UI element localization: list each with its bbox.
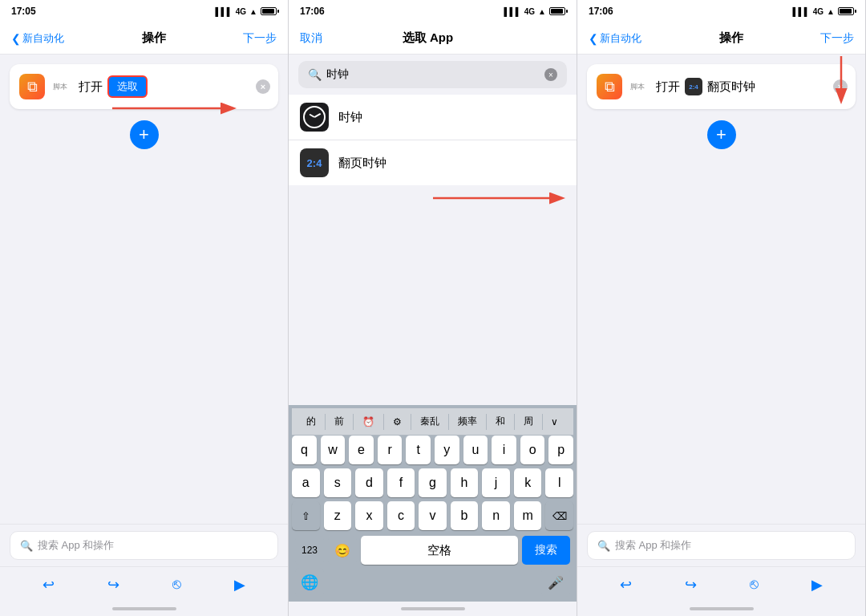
key-space[interactable]: 空格 [361, 536, 518, 565]
suggestion-qian: 前 [326, 411, 352, 432]
key-l[interactable]: l [545, 468, 573, 497]
key-q[interactable]: q [292, 436, 317, 464]
panel-3: 17:06 ▌▌▌ 4G ▲ ❮ 新自动化 操作 下一步 ⧉ 脚本 打开 2:4 [577, 0, 866, 616]
key-x[interactable]: x [355, 501, 383, 530]
suggestion-qinluan: 秦乱 [412, 411, 447, 432]
undo-icon-1[interactable]: ↩ [42, 576, 55, 594]
key-a[interactable]: a [292, 468, 320, 497]
key-m[interactable]: m [514, 501, 542, 530]
share-icon-3[interactable]: ⎋ [750, 576, 759, 593]
nav-back-3[interactable]: ❮ 新自动化 [589, 31, 641, 46]
key-v[interactable]: v [419, 501, 447, 530]
key-123[interactable]: 123 [295, 536, 324, 565]
app-list-2: 时钟 2:4 翻页时钟 [289, 95, 577, 185]
redo-icon-1[interactable]: ↪ [107, 576, 119, 594]
key-j[interactable]: j [482, 468, 510, 497]
clock-app-icon [300, 103, 329, 132]
home-indicator-2 [289, 602, 577, 616]
redo-icon-3[interactable]: ↪ [685, 576, 697, 594]
key-p[interactable]: p [548, 436, 573, 464]
keyboard-bottom-row: 123 😊 空格 搜索 [292, 534, 573, 566]
battery-icon-1 [261, 7, 277, 15]
shortcuts-app-icon-1: ⧉ [19, 74, 45, 99]
key-i[interactable]: i [492, 436, 516, 464]
key-y[interactable]: y [435, 436, 459, 464]
key-emoji[interactable]: 😊 [328, 536, 357, 565]
undo-icon-3[interactable]: ↩ [620, 576, 632, 594]
nav-back-1[interactable]: ❮ 新自动化 [11, 31, 64, 46]
flip-clock-list-item[interactable]: 2:4 翻页时钟 [289, 140, 577, 185]
key-w[interactable]: w [321, 436, 346, 464]
nav-bar-1: ❮ 新自动化 操作 下一步 [0, 22, 288, 55]
close-btn-3[interactable]: × [833, 79, 848, 94]
key-g[interactable]: g [419, 468, 447, 497]
clear-btn-2[interactable]: × [544, 68, 557, 81]
script-label-1: 脚本 [53, 82, 67, 92]
keyboard-globe-row: 🌐 🎤 [292, 566, 573, 600]
add-button-3[interactable]: + [707, 120, 736, 149]
play-icon-1[interactable]: ▶ [234, 576, 245, 594]
key-t[interactable]: t [406, 436, 431, 464]
clock-face-icon [303, 106, 326, 128]
key-o[interactable]: o [520, 436, 545, 464]
key-k[interactable]: k [514, 468, 542, 497]
share-icon-1[interactable]: ⎋ [172, 576, 181, 593]
key-globe[interactable]: 🌐 [295, 568, 324, 597]
nav-cancel-2[interactable]: 取消 [300, 31, 322, 46]
key-h[interactable]: h [451, 468, 479, 497]
key-z[interactable]: z [324, 501, 352, 530]
action-text-3: 打开 2:4 翻页时钟 [656, 78, 755, 95]
status-icons-1: ▌▌▌ 4G ▲ [215, 7, 277, 16]
spacer-2 [289, 185, 577, 405]
suggestion-circle: ⚙ [385, 413, 410, 431]
content-1: ⧉ 脚本 打开 选取 × + [0, 55, 288, 524]
keyboard-row-1: q w e r t y u i o p [292, 436, 573, 464]
status-time-2: 17:06 [300, 6, 325, 17]
keyboard-2: 的 前 ⏰ ⚙ 秦乱 频率 和 周 ∨ q w e r t y u [289, 405, 577, 602]
flip-clock-app-icon: 2:4 [300, 148, 329, 177]
clock-list-item[interactable]: 时钟 [289, 95, 577, 140]
network-icon-1: 4G [236, 7, 246, 16]
wifi-arrow-icon-3: ▲ [827, 7, 835, 16]
key-s[interactable]: s [324, 468, 352, 497]
bottom-search-bar-1[interactable]: 🔍 搜索 App 和操作 [10, 531, 278, 560]
key-mic[interactable]: 🎤 [541, 568, 570, 597]
suggestion-more[interactable]: ∨ [543, 413, 566, 431]
status-bar-3: 17:06 ▌▌▌ 4G ▲ [577, 0, 865, 22]
nav-next-1[interactable]: 下一步 [243, 31, 277, 46]
nav-back-label-1: 新自动化 [22, 31, 64, 46]
key-n[interactable]: n [482, 501, 510, 530]
key-r[interactable]: r [378, 436, 403, 464]
shortcuts-app-icon-3: ⧉ [597, 74, 622, 99]
flip-clock-app-name: 翻页时钟 [338, 156, 386, 171]
chevron-left-icon-3: ❮ [589, 32, 598, 45]
key-search[interactable]: 搜索 [522, 536, 570, 565]
close-btn-1[interactable]: × [256, 79, 270, 94]
suggestion-de: 的 [298, 411, 324, 432]
content-3: ⧉ 脚本 打开 2:4 翻页时钟 × + [577, 55, 865, 524]
key-f[interactable]: f [387, 468, 415, 497]
nav-next-3[interactable]: 下一步 [820, 31, 854, 46]
nav-title-1: 操作 [142, 30, 166, 46]
select-button-1[interactable]: 选取 [107, 75, 148, 98]
suggestion-he: 和 [488, 411, 513, 432]
add-button-1[interactable]: + [130, 120, 159, 149]
play-icon-3[interactable]: ▶ [811, 576, 823, 594]
key-delete[interactable]: ⌫ [545, 501, 573, 530]
bottom-toolbar-3: ↩ ↪ ⎋ ▶ [577, 566, 865, 602]
bottom-search-bar-3[interactable]: 🔍 搜索 App 和操作 [587, 531, 856, 560]
key-e[interactable]: e [349, 436, 374, 464]
script-label-3: 脚本 [630, 82, 645, 92]
key-u[interactable]: u [463, 436, 488, 464]
key-c[interactable]: c [387, 501, 415, 530]
status-bar-1: 17:05 ▌▌▌ 4G ▲ [0, 0, 288, 22]
key-d[interactable]: d [355, 468, 383, 497]
battery-icon-2 [549, 7, 565, 15]
search-icon-2: 🔍 [308, 68, 322, 81]
keyboard-row-2: a s d f g h j k l [292, 468, 573, 497]
search-input-2[interactable]: 🔍 时钟 × [298, 61, 567, 88]
action-text-1: 打开 选取 [79, 75, 148, 98]
key-b[interactable]: b [451, 501, 479, 530]
key-shift[interactable]: ⇧ [292, 501, 320, 530]
flip-clock-inline-icon: 2:4 [685, 78, 702, 95]
